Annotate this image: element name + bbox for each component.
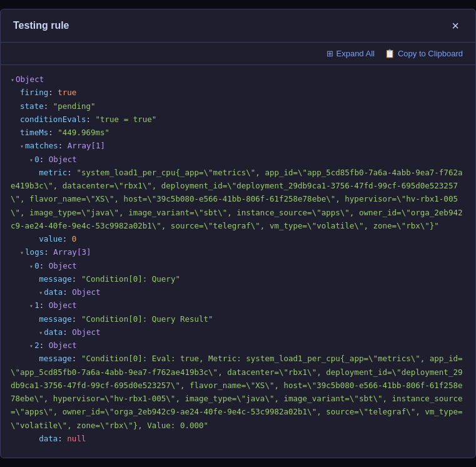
json-line: ▾1: Object [11, 299, 465, 312]
json-line: message: "Condition[0]: Eval: true, Metr… [11, 352, 465, 432]
json-line: ▾0: Object [11, 259, 465, 272]
json-key: firing [20, 88, 48, 97]
toggle-triangle[interactable]: ▾ [29, 302, 33, 309]
testing-rule-modal: Testing rule × ⊞ Expand All 📋 Copy to Cl… [0, 9, 476, 458]
toggle-triangle[interactable]: ▾ [20, 249, 24, 256]
json-line: ▾2: Object [11, 339, 465, 352]
toggle-triangle[interactable]: ▾ [39, 289, 43, 296]
type-label: Object [16, 74, 44, 84]
modal-overlay: Testing rule × ⊞ Expand All 📋 Copy to Cl… [0, 0, 476, 467]
type-label: Object [49, 155, 77, 164]
json-line: ▾0: Object [11, 153, 465, 166]
json-key: metric [39, 168, 67, 177]
toggle-triangle[interactable]: ▾ [20, 143, 24, 150]
json-line: ▾logs: Array[3] [11, 245, 465, 259]
json-key: data [39, 434, 58, 443]
type-label: Array[1] [68, 141, 105, 150]
json-key: message [39, 314, 72, 324]
toggle-triangle[interactable]: ▾ [29, 342, 33, 349]
json-line: conditionEvals: "true = true" [11, 113, 465, 126]
json-line: ▾matches: Array[1] [11, 139, 465, 152]
json-line: message: "Condition[0]: Query" [11, 272, 465, 285]
json-line: message: "Condition[0]: Query Result" [11, 312, 465, 326]
json-line: metric: "system_load1_per_cpu{_app=\"met… [11, 166, 465, 232]
json-line: ▾Object [11, 73, 465, 86]
type-label: Object [49, 300, 77, 310]
modal-body: ▾Object firing: true state: "pending" co… [1, 65, 475, 458]
json-key[interactable]: 0 [34, 155, 39, 164]
json-key[interactable]: logs [25, 247, 44, 257]
json-value: "Condition[0]: Query" [81, 274, 180, 284]
toggle-triangle[interactable]: ▾ [39, 329, 43, 336]
expand-icon: ⊞ [327, 49, 333, 58]
json-line: timeMs: "449.969ms" [11, 126, 465, 139]
type-label: Object [49, 261, 77, 270]
toggle-triangle[interactable]: ▾ [29, 157, 33, 163]
modal-title: Testing rule [13, 20, 69, 31]
json-value: null [67, 434, 86, 443]
expand-all-button[interactable]: ⊞ Expand All [327, 49, 375, 58]
json-line: data: null [11, 432, 465, 445]
json-line: value: 0 [11, 232, 465, 245]
json-value: "system_load1_per_cpu{_app=\"metrics\", … [11, 168, 462, 230]
json-key: conditionEvals [20, 115, 86, 124]
modal-header: Testing rule × [1, 9, 475, 43]
close-button[interactable]: × [448, 18, 463, 33]
json-line: state: "pending" [11, 100, 465, 113]
json-line: ▾data: Object [11, 285, 465, 299]
json-value: true [58, 88, 76, 97]
json-line: ▾data: Object [11, 326, 465, 339]
json-key: value [39, 234, 63, 244]
modal-toolbar: ⊞ Expand All 📋 Copy to Clipboard [1, 43, 475, 65]
json-value: "pending" [53, 101, 96, 111]
json-key[interactable]: 0 [34, 261, 39, 270]
json-key: message [39, 274, 72, 284]
json-value: "Condition[0]: Query Result" [81, 314, 213, 324]
copy-label: Copy to Clipboard [398, 49, 463, 58]
json-key: state [20, 101, 44, 111]
json-value: "449.969ms" [58, 128, 109, 137]
json-key[interactable]: 1 [34, 300, 39, 310]
type-label: Object [72, 327, 100, 337]
json-key: timeMs [20, 128, 48, 137]
json-value: "true = true" [95, 115, 156, 124]
json-value: "Condition[0]: Eval: true, Metric: syste… [11, 354, 462, 429]
json-line: firing: true [11, 86, 465, 99]
toggle-triangle[interactable]: ▾ [29, 263, 33, 270]
json-key[interactable]: 2 [34, 341, 39, 350]
type-label: Object [72, 287, 100, 297]
json-key[interactable]: data [44, 327, 63, 337]
json-value: 0 [72, 234, 77, 244]
expand-all-label: Expand All [337, 49, 375, 58]
json-key: message [39, 354, 72, 363]
copy-to-clipboard-button[interactable]: 📋 Copy to Clipboard [385, 49, 463, 58]
clipboard-icon: 📋 [385, 49, 395, 58]
toggle-triangle[interactable]: ▾ [11, 76, 14, 83]
type-label: Object [49, 341, 77, 350]
json-key[interactable]: data [44, 287, 63, 297]
json-key[interactable]: matches [25, 141, 58, 150]
type-label: Array[3] [53, 247, 91, 257]
json-tree: ▾Object firing: true state: "pending" co… [11, 73, 465, 445]
